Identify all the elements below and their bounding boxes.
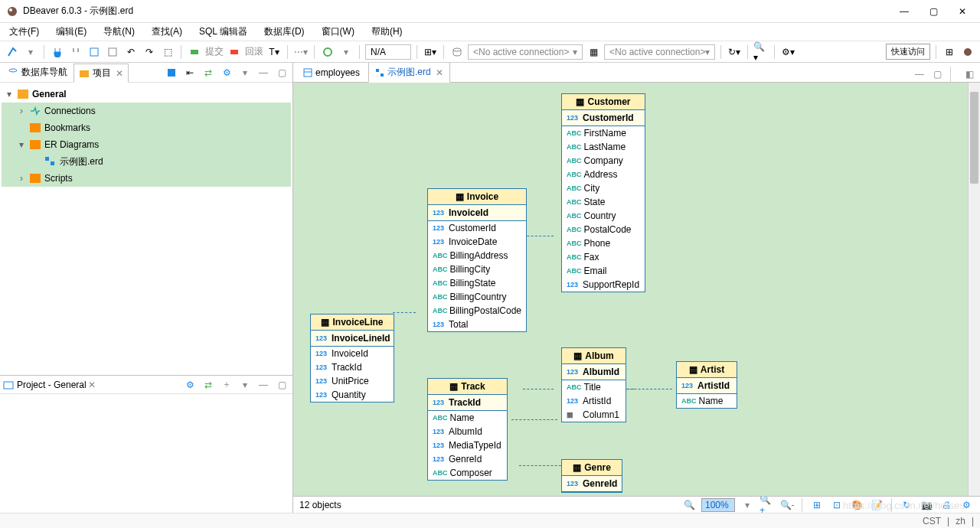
export-icon[interactable]: 📷	[919, 497, 934, 513]
entity-invoiceline[interactable]: ▦InvoiceLine 123InvoiceLineId 123Invoice…	[310, 314, 394, 403]
menu-find[interactable]: 查找(A)	[147, 23, 187, 41]
rollback-label[interactable]: 回滚	[245, 45, 263, 58]
new-connection-icon[interactable]	[5, 44, 20, 60]
config-icon[interactable]: ⚙	[219, 65, 234, 80]
search-icon[interactable]: 🔍▾	[753, 44, 769, 60]
commit-icon[interactable]	[187, 44, 202, 60]
tx-mode-icon[interactable]: T▾	[266, 44, 282, 60]
entity-invoice[interactable]: ▦Invoice 123InvoiceId 123CustomerId 123I…	[427, 188, 527, 332]
entity-genre[interactable]: ▦Genre 123GenreId	[561, 459, 622, 493]
svg-rect-5	[230, 50, 238, 54]
menu-window[interactable]: 窗口(W)	[317, 23, 359, 41]
tree-scripts[interactable]: ›Scripts	[2, 170, 291, 187]
autocommit-icon[interactable]	[320, 44, 335, 60]
outline-icon[interactable]: ◧	[962, 67, 977, 82]
project-icon	[79, 69, 90, 78]
editor-area: employees 示例图.erd ✕ ― ▢ ◧	[293, 63, 980, 513]
tree-bookmarks[interactable]: Bookmarks	[2, 119, 291, 136]
tab-erd-close-icon[interactable]: ✕	[436, 67, 443, 78]
zoom-search-icon[interactable]: 🔍	[681, 497, 697, 513]
quick-access[interactable]: 快速访问	[886, 44, 930, 60]
zoom-out-icon[interactable]: 🔍-	[779, 497, 795, 513]
panel-min-icon[interactable]: ―	[256, 377, 271, 393]
perspective1-icon[interactable]: ⊞	[942, 44, 957, 60]
tree-erd-file[interactable]: 示例图.erd	[2, 153, 291, 170]
color-icon[interactable]: 🎨	[849, 497, 864, 513]
dropdown2-icon[interactable]: ▾	[338, 44, 354, 60]
panel-config-icon[interactable]: ⚙	[182, 377, 198, 393]
schema-selector[interactable]: <No active connection>▾	[604, 44, 715, 60]
refresh-icon[interactable]: ↻▾	[727, 44, 742, 60]
panel-menu-icon[interactable]: ▾	[237, 377, 253, 393]
panel-link-icon[interactable]: ⇄	[201, 377, 216, 393]
zoom-in-icon[interactable]: 🔍+	[760, 497, 775, 513]
rollback-icon[interactable]	[227, 44, 242, 60]
menu-navigate[interactable]: 导航(N)	[99, 23, 139, 41]
entity-artist[interactable]: ▦Artist 123ArtistId ABCName	[676, 361, 737, 409]
menu-database[interactable]: 数据库(D)	[260, 23, 309, 41]
undo-icon[interactable]: ↶	[123, 44, 139, 60]
view-icon[interactable]	[164, 65, 179, 80]
panel-add-icon[interactable]: ＋	[219, 377, 234, 393]
dots-icon[interactable]: ⋯▾	[293, 44, 309, 60]
collapse-icon[interactable]: ⇤	[182, 65, 198, 80]
tree-connections[interactable]: ›Connections	[2, 103, 291, 119]
entity-customer[interactable]: ▦Customer 123CustomerId ABCFirstName ABC…	[561, 93, 645, 292]
sql-script-icon[interactable]	[105, 44, 120, 60]
svg-rect-11	[168, 69, 175, 77]
zoom-input[interactable]: 100%	[701, 498, 735, 512]
menu-icon[interactable]: ▾	[237, 65, 253, 80]
print-icon[interactable]: 🖨	[939, 497, 954, 513]
minimize-button[interactable]: ―	[899, 6, 910, 17]
commit-label[interactable]: 提交	[205, 45, 224, 58]
editor-min-icon[interactable]: ―	[912, 67, 927, 82]
connection-selector[interactable]: <No active connection>▾	[468, 44, 583, 60]
menu-sql-editor[interactable]: SQL 编辑器	[194, 23, 252, 41]
maximize-button[interactable]: ▢	[928, 6, 939, 17]
sql-editor-icon[interactable]	[87, 44, 102, 60]
perspective2-icon[interactable]	[960, 44, 975, 60]
note-icon[interactable]: 📝	[869, 497, 884, 513]
svg-point-6	[324, 48, 332, 56]
max-icon[interactable]: ▢	[274, 65, 289, 80]
settings-icon[interactable]: ⚙▾	[780, 44, 795, 60]
layout2-icon[interactable]: ⊡	[829, 497, 844, 513]
zoom-drop-icon[interactable]: ▾	[740, 497, 755, 513]
tree-root[interactable]: ▾General	[2, 86, 291, 103]
refresh2-icon[interactable]: ↻	[899, 497, 914, 513]
disconnect-icon[interactable]	[68, 44, 83, 60]
dropdown-icon[interactable]: ▾	[23, 44, 38, 60]
tab-project[interactable]: 项目 ✕	[74, 64, 129, 83]
panel-max-icon[interactable]: ▢	[274, 377, 289, 393]
close-button[interactable]: ✕	[957, 6, 968, 17]
min-icon[interactable]: ―	[256, 65, 271, 80]
schema2-icon[interactable]: ▦	[586, 44, 601, 60]
panel-close-icon[interactable]: ✕	[88, 380, 96, 390]
db-icon[interactable]	[449, 44, 465, 60]
entity-album[interactable]: ▦Album 123AlbumId ABCTitle 123ArtistId ▦…	[561, 347, 626, 422]
vertical-scrollbar[interactable]	[968, 83, 980, 496]
tab-close-icon[interactable]: ✕	[116, 68, 123, 79]
entity-track[interactable]: ▦Track 123TrackId ABCName 123AlbumId 123…	[427, 378, 508, 481]
sidebar: 数据库导航 项目 ✕ ⇤ ⇄ ⚙ ▾ ― ▢ ▾General ›Connect…	[0, 63, 293, 513]
svg-rect-17	[30, 174, 41, 183]
tab-employees[interactable]: employees	[296, 64, 367, 82]
select-icon[interactable]: ⬚	[160, 44, 175, 60]
schema-icon[interactable]: ⊞▾	[423, 44, 438, 60]
link-icon[interactable]: ⇄	[201, 65, 216, 80]
tab-erd[interactable]: 示例图.erd ✕	[368, 63, 450, 83]
table-header-icon: ▦	[321, 317, 329, 328]
menu-help[interactable]: 帮助(H)	[367, 23, 407, 41]
menu-edit[interactable]: 编辑(E)	[51, 23, 91, 41]
editor-statusbar: 12 objects 🔍 100% ▾ 🔍+ 🔍- ⊞ ⊡ 🎨 📝 ↻ 📷 🖨 …	[293, 496, 980, 513]
plug-icon[interactable]	[50, 44, 65, 60]
layout-icon[interactable]: ⊞	[809, 497, 825, 513]
erd-canvas[interactable]: ▦Customer 123CustomerId ABCFirstName ABC…	[293, 83, 968, 496]
na-dropdown[interactable]: N/A	[365, 44, 411, 60]
redo-icon[interactable]: ↷	[142, 44, 157, 60]
tab-database-nav[interactable]: 数据库导航	[3, 64, 72, 81]
settings2-icon[interactable]: ⚙	[959, 497, 974, 513]
editor-max-icon[interactable]: ▢	[929, 67, 945, 82]
menu-file[interactable]: 文件(F)	[5, 23, 44, 41]
tree-er-diagrams[interactable]: ▾ER Diagrams	[2, 136, 291, 153]
